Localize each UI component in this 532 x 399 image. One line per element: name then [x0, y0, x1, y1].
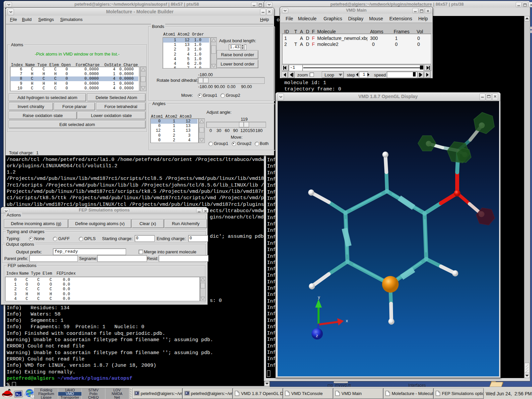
svg-text:x: x: [346, 318, 348, 323]
svg-text:y: y: [318, 295, 320, 300]
svg-text:z: z: [316, 333, 318, 338]
